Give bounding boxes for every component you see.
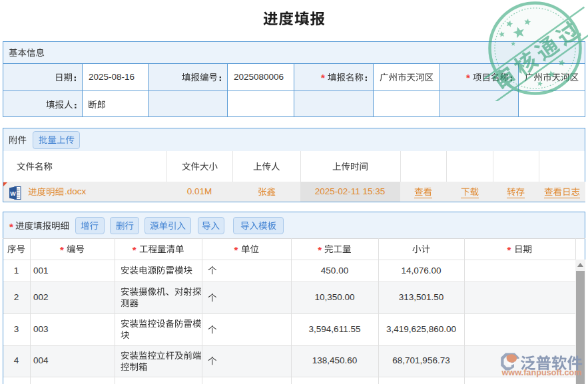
svg-text:W: W <box>10 190 16 197</box>
